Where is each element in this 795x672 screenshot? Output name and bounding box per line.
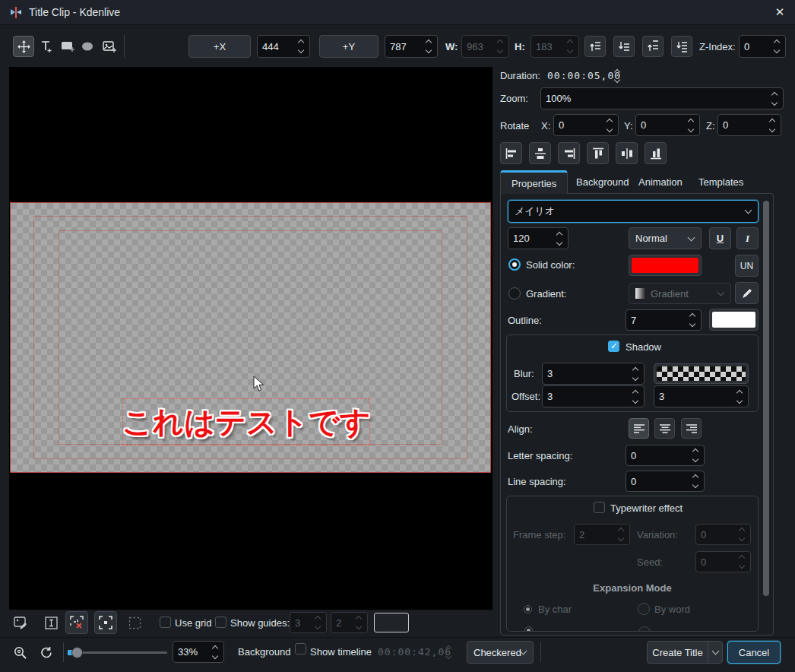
outline-width-spinbox[interactable]: 7: [626, 309, 702, 331]
lower-to-bottom-button[interactable]: [671, 36, 692, 57]
rotate-z-spinbox[interactable]: 0: [717, 114, 781, 136]
text-frame-button[interactable]: [40, 611, 62, 634]
by-word-radio[interactable]: [638, 603, 650, 615]
zindex-spinbox[interactable]: 0: [739, 35, 786, 58]
width-spinbox[interactable]: 963: [461, 35, 509, 58]
zoom-spin-arrows-icon[interactable]: [771, 93, 778, 105]
add-ellipse-tool-button[interactable]: [78, 36, 99, 57]
title-canvas[interactable]: これはテストです: [9, 67, 493, 610]
text-align-right-button[interactable]: [681, 418, 702, 439]
guides-y-spinbox[interactable]: 2: [331, 612, 368, 633]
underline-button[interactable]: U: [709, 227, 731, 249]
insert-unicode-button[interactable]: UN: [735, 255, 759, 277]
add-y-button[interactable]: +Y: [319, 35, 378, 58]
font-style-combo[interactable]: Normal: [629, 227, 702, 249]
add-image-tool-button[interactable]: [99, 36, 120, 57]
offset-x-arrows-icon[interactable]: [632, 391, 639, 403]
text-align-center-button[interactable]: [654, 418, 675, 439]
letter-spacing-arrows-icon[interactable]: [692, 449, 699, 461]
text-align-left-button[interactable]: [629, 418, 649, 439]
slider-thumb[interactable]: [71, 647, 83, 658]
typewriter-checkbox[interactable]: [594, 502, 605, 513]
offset-y-spinbox[interactable]: 3: [654, 385, 749, 407]
create-title-button[interactable]: Create Title: [647, 641, 708, 664]
zindex-spin-arrows-icon[interactable]: [773, 40, 781, 52]
titlebar[interactable]: Title Clip - Kdenlive ✕: [0, 0, 795, 25]
frame-step-spinbox[interactable]: 2: [574, 524, 630, 545]
rotate-y-spinbox[interactable]: 0: [635, 114, 700, 136]
offset-y-arrows-icon[interactable]: [736, 391, 743, 403]
add-rect-tool-button[interactable]: [57, 36, 78, 57]
show-guides-checkbox[interactable]: [215, 617, 226, 628]
title-text[interactable]: これはテストです: [122, 401, 371, 443]
canvas-zoom-arrows-icon[interactable]: [211, 646, 219, 658]
add-x-button[interactable]: +X: [188, 35, 251, 58]
background-image-button[interactable]: [9, 611, 32, 634]
guides-color-swatch-button[interactable]: [374, 613, 409, 632]
solid-color-radio[interactable]: [508, 258, 521, 271]
raise-to-top-button[interactable]: [584, 36, 606, 57]
font-family-combo[interactable]: メイリオ: [508, 200, 759, 223]
move-tool-button[interactable]: [13, 36, 34, 57]
align-item-hcenter-button[interactable]: [616, 142, 638, 164]
font-size-arrows-icon[interactable]: [556, 233, 563, 245]
tab-animation[interactable]: Animation: [628, 170, 693, 193]
align-item-bottom-button[interactable]: [645, 142, 667, 164]
unselect-all-button[interactable]: [65, 611, 88, 634]
align-item-right-button[interactable]: [558, 142, 580, 164]
align-item-left-button[interactable]: [500, 142, 522, 164]
y-position-spinbox[interactable]: 787: [385, 35, 438, 58]
letter-spacing-spinbox[interactable]: 0: [626, 445, 705, 466]
italic-button[interactable]: I: [736, 227, 759, 249]
tab-templates[interactable]: Templates: [688, 170, 754, 193]
create-title-dropdown-button[interactable]: [708, 641, 723, 664]
rotate-x-arrows-icon[interactable]: [606, 119, 613, 132]
outline-color-swatch-button[interactable]: [709, 309, 759, 331]
line-spacing-arrows-icon[interactable]: [692, 475, 699, 487]
offset-x-spinbox[interactable]: 3: [542, 385, 645, 407]
align-item-vcenter-button[interactable]: [529, 142, 551, 164]
select-all-button[interactable]: [94, 611, 117, 634]
variation-spinbox[interactable]: 0: [695, 524, 751, 545]
solid-color-swatch-button[interactable]: [629, 255, 702, 276]
align-item-top-button[interactable]: [587, 142, 609, 164]
zoom-slider[interactable]: [68, 641, 167, 664]
gradient-combo[interactable]: Gradient: [629, 283, 731, 304]
background-type-combo[interactable]: Checkered: [467, 641, 534, 664]
cancel-button[interactable]: Cancel: [727, 641, 781, 664]
x-position-spinbox[interactable]: 444: [257, 35, 310, 58]
zoom-reset-button[interactable]: [35, 642, 56, 662]
height-spinbox[interactable]: 183: [531, 35, 579, 58]
rotate-y-arrows-icon[interactable]: [687, 119, 695, 132]
rotate-z-arrows-icon[interactable]: [768, 119, 776, 132]
y-spin-arrows-icon[interactable]: [425, 40, 432, 52]
show-timeline-checkbox[interactable]: [295, 643, 306, 655]
duration-spin-arrows-icon[interactable]: [613, 70, 622, 82]
gradient-radio[interactable]: [508, 287, 521, 300]
close-button[interactable]: ✕: [765, 0, 795, 24]
by-char-radio[interactable]: [524, 605, 532, 613]
properties-scrollbar[interactable]: [762, 196, 771, 632]
selection-tool-button[interactable]: [123, 611, 146, 634]
guides-x-spinbox[interactable]: 3: [290, 612, 327, 633]
canvas-zoom-spinbox[interactable]: 33%: [173, 641, 224, 663]
use-grid-checkbox[interactable]: [160, 617, 171, 628]
duration-value[interactable]: 00:00:05,00: [547, 70, 621, 81]
shadow-checkbox[interactable]: [608, 341, 619, 352]
outline-arrows-icon[interactable]: [689, 314, 696, 326]
raise-button[interactable]: [642, 36, 664, 57]
seed-spinbox[interactable]: 0: [695, 551, 751, 572]
scrollbar-thumb[interactable]: [763, 201, 769, 596]
x-spin-arrows-icon[interactable]: [297, 40, 305, 52]
edit-gradient-button[interactable]: [735, 282, 759, 304]
lower-button[interactable]: [613, 36, 635, 57]
tab-properties[interactable]: Properties: [500, 170, 568, 194]
font-size-spinbox[interactable]: 120: [508, 227, 569, 249]
line-spacing-spinbox[interactable]: 0: [626, 471, 705, 492]
add-text-tool-button[interactable]: [36, 36, 57, 57]
zoom-spinbox[interactable]: 100%: [540, 87, 784, 109]
rotate-x-spinbox[interactable]: 0: [553, 114, 619, 136]
blur-spinbox[interactable]: 3: [542, 363, 645, 385]
shadow-color-swatch-button[interactable]: [654, 363, 749, 384]
text-item-selection[interactable]: これはテストです: [122, 398, 370, 445]
